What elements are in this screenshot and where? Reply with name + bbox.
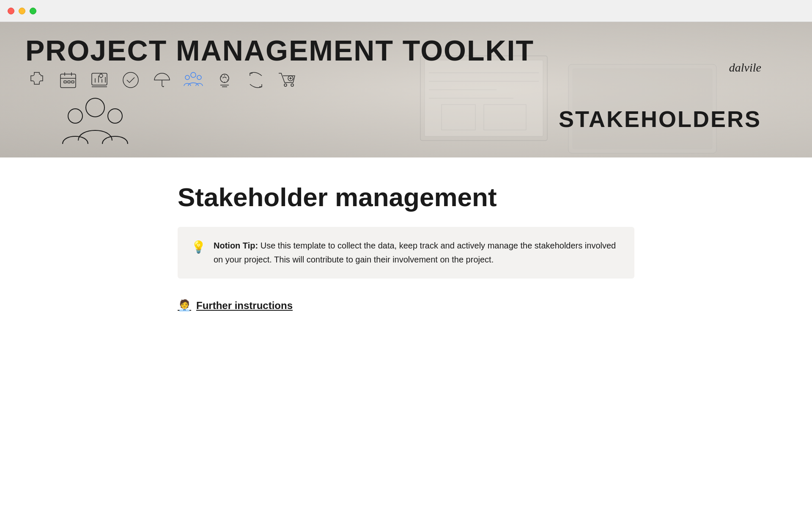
svg-rect-16 [71, 81, 74, 83]
hero-banner: PROJECT MANAGEMENT TOOLKIT dalvile [0, 22, 812, 157]
callout-label: Notion Tip: [214, 241, 258, 250]
stakeholders-nav-icon[interactable] [182, 69, 205, 91]
svg-point-44 [108, 109, 122, 123]
page-body: Stakeholder management 💡 Notion Tip: Use… [135, 157, 677, 346]
svg-point-43 [68, 109, 82, 123]
umbrella-icon[interactable] [151, 69, 173, 91]
further-instructions-emoji: 🧑‍💼 [178, 299, 191, 312]
page-title: Stakeholder management [178, 183, 634, 212]
puzzle-icon[interactable] [25, 69, 48, 91]
further-instructions-link[interactable]: 🧑‍💼 Further instructions [178, 299, 634, 312]
svg-point-28 [185, 75, 189, 80]
minimize-button[interactable] [19, 8, 25, 14]
callout-body: Use this template to collect the data, k… [214, 241, 616, 264]
hero-title: PROJECT MANAGEMENT TOOLKIT [25, 34, 534, 67]
svg-line-33 [222, 77, 222, 77]
svg-rect-15 [68, 81, 70, 83]
svg-point-27 [191, 72, 196, 77]
arrows-icon[interactable] [244, 69, 267, 91]
close-button[interactable] [8, 8, 14, 14]
hero-large-stakeholder-icon [59, 86, 131, 157]
callout-emoji: 💡 [191, 239, 206, 255]
svg-point-38 [291, 84, 294, 86]
further-instructions-label: Further instructions [196, 300, 293, 312]
settings-money-icon[interactable] [213, 69, 236, 91]
cart-icon[interactable] [276, 69, 299, 91]
svg-point-42 [86, 98, 104, 117]
callout-text: Notion Tip: Use this template to collect… [214, 239, 621, 267]
hero-section-title: STAKEHOLDERS [559, 106, 761, 132]
hero-brand: dalvile [729, 61, 761, 75]
svg-point-37 [284, 84, 287, 86]
callout-box: 💡 Notion Tip: Use this template to colle… [178, 227, 634, 279]
window-chrome [0, 0, 812, 22]
maximize-button[interactable] [30, 8, 36, 14]
svg-point-29 [197, 75, 201, 80]
svg-line-34 [227, 80, 228, 80]
svg-rect-14 [64, 81, 66, 83]
